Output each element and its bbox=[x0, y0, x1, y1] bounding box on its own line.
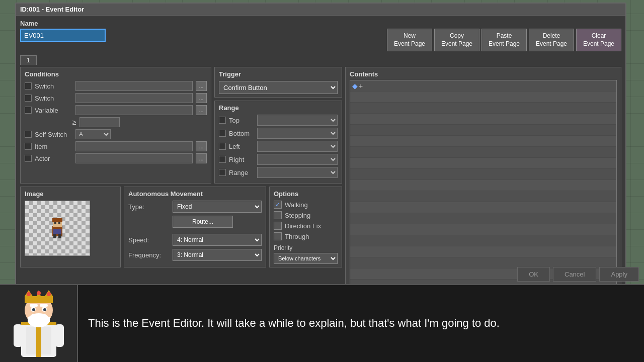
clear-event-page-button[interactable]: Clear Event Page bbox=[576, 29, 621, 51]
top-row: Name New Event Page Copy Event Page Past… bbox=[20, 20, 621, 51]
auto-type-select[interactable]: Fixed Random Approach Custom bbox=[173, 201, 262, 213]
tab-1[interactable]: 1 bbox=[20, 55, 37, 65]
through-label: Through bbox=[285, 233, 309, 240]
new-event-page-button[interactable]: New Event Page bbox=[387, 29, 432, 51]
range-left-checkbox[interactable] bbox=[219, 143, 226, 150]
variable-checkbox[interactable] bbox=[25, 107, 32, 114]
range-right-checkbox[interactable] bbox=[219, 156, 226, 163]
range-range-select[interactable] bbox=[257, 167, 338, 178]
gte-symbol: ≥ bbox=[72, 118, 76, 126]
auto-frequency-select[interactable]: 1: Lowest 2: Lower 3: Normal 4: Higher 5… bbox=[173, 249, 262, 261]
range-left-select[interactable] bbox=[257, 141, 338, 152]
content-stripe-2 bbox=[350, 103, 616, 114]
content-stripe-5 bbox=[350, 136, 616, 147]
left-panel: Conditions Switch ... Switch bbox=[20, 67, 342, 317]
cancel-button[interactable]: Cancel bbox=[553, 267, 596, 282]
variable-input[interactable] bbox=[75, 105, 193, 115]
svg-rect-7 bbox=[58, 234, 61, 238]
range-range-label: Range bbox=[229, 169, 254, 176]
ok-button[interactable]: OK bbox=[517, 267, 550, 282]
self-switch-checkbox[interactable] bbox=[25, 131, 32, 138]
auto-speed-select[interactable]: 1: x8 Slower 2: x4 Slower 3: x2 Slower 4… bbox=[173, 234, 262, 246]
direction-fix-checkbox[interactable] bbox=[274, 222, 282, 230]
option-walking-row: ✓ Walking bbox=[274, 201, 338, 209]
add-content-row[interactable]: ◆ + bbox=[350, 80, 616, 92]
contents-title: Contents bbox=[350, 70, 617, 78]
priority-select[interactable]: Below characters Same as characters Abov… bbox=[274, 253, 338, 264]
autonomous-panel: Autonomous Movement Type: Fixed Random A… bbox=[124, 187, 266, 267]
switch2-checkbox[interactable] bbox=[25, 95, 32, 102]
direction-fix-label: Direction Fix bbox=[285, 222, 321, 230]
content-stripe-6 bbox=[350, 147, 616, 158]
range-range-checkbox[interactable] bbox=[219, 169, 226, 176]
svg-point-19 bbox=[37, 291, 41, 295]
image-preview[interactable] bbox=[25, 201, 90, 256]
paste-event-page-button[interactable]: Paste Event Page bbox=[481, 29, 527, 51]
range-top-checkbox[interactable] bbox=[219, 117, 226, 124]
range-bottom-select[interactable] bbox=[257, 128, 338, 139]
name-label: Name bbox=[20, 20, 106, 27]
switch1-input[interactable] bbox=[75, 81, 193, 91]
svg-rect-31 bbox=[14, 324, 23, 347]
actor-checkbox[interactable] bbox=[25, 155, 32, 162]
name-input[interactable] bbox=[20, 29, 106, 42]
range-bottom-row: Bottom bbox=[219, 128, 338, 139]
auto-type-label: Type: bbox=[128, 203, 169, 211]
range-right-label: Right bbox=[229, 156, 254, 163]
switch2-input[interactable] bbox=[75, 93, 193, 103]
switch2-dots-button[interactable]: ... bbox=[196, 93, 207, 103]
item-dots-button[interactable]: ... bbox=[196, 141, 207, 151]
stepping-checkbox[interactable] bbox=[274, 211, 282, 219]
tab-row: 1 bbox=[20, 55, 621, 65]
switch1-checkbox[interactable] bbox=[25, 82, 32, 89]
dialog-bar: This is the Event Editor. It will take a… bbox=[0, 284, 644, 362]
actor-input[interactable] bbox=[75, 153, 193, 163]
route-btn-container: Route... bbox=[173, 216, 262, 231]
character-sprite bbox=[48, 216, 66, 240]
actor-label: Actor bbox=[35, 155, 72, 162]
auto-frequency-label: Frequency: bbox=[128, 251, 169, 259]
condition-item-row: Item ... bbox=[25, 141, 207, 151]
priority-section: Priority Below characters Same as charac… bbox=[274, 244, 338, 264]
image-title: Image bbox=[25, 190, 116, 198]
item-checkbox[interactable] bbox=[25, 143, 32, 150]
content-stripe-14 bbox=[350, 235, 616, 246]
range-panel: Range Top Bottom bbox=[214, 101, 342, 184]
trigger-select[interactable]: Confirm Button Player Touch Event Touch … bbox=[219, 81, 338, 94]
variable-value-input[interactable] bbox=[79, 117, 120, 127]
copy-event-page-button[interactable]: Copy Event Page bbox=[434, 29, 479, 51]
range-top-select[interactable] bbox=[257, 115, 338, 126]
walking-checkbox[interactable]: ✓ bbox=[274, 201, 282, 209]
svg-point-24 bbox=[43, 308, 46, 311]
range-bottom-checkbox[interactable] bbox=[219, 130, 226, 137]
variable-dots-button[interactable]: ... bbox=[196, 105, 207, 115]
dialog-text: This is the Event Editor. It will take a… bbox=[88, 316, 500, 331]
event-editor-window: ID:001 - Event Editor Name New Event Pag… bbox=[15, 3, 626, 287]
through-checkbox[interactable] bbox=[274, 232, 282, 240]
trigger-range-column: Trigger Confirm Button Player Touch Even… bbox=[214, 67, 342, 184]
dialog-avatar bbox=[0, 285, 78, 362]
option-stepping-row: Stepping bbox=[274, 211, 338, 219]
route-button[interactable]: Route... bbox=[173, 216, 233, 228]
self-switch-select[interactable]: A B C D bbox=[75, 129, 111, 139]
image-panel: Image bbox=[20, 187, 121, 267]
delete-event-page-button[interactable]: Delete Event Page bbox=[529, 29, 574, 51]
svg-rect-28 bbox=[28, 317, 50, 322]
range-left-label: Left bbox=[229, 143, 254, 150]
content-stripe-10 bbox=[350, 191, 616, 202]
svg-rect-2 bbox=[52, 218, 62, 222]
range-right-select[interactable] bbox=[257, 154, 338, 165]
switch2-label: Switch bbox=[35, 95, 72, 102]
content-stripe-4 bbox=[350, 125, 616, 136]
item-input[interactable] bbox=[75, 141, 193, 151]
range-right-row: Right bbox=[219, 154, 338, 165]
range-left-row: Left bbox=[219, 141, 338, 152]
actor-dots-button[interactable]: ... bbox=[196, 153, 207, 163]
switch1-dots-button[interactable]: ... bbox=[196, 81, 207, 91]
condition-self-switch-row: Self Switch A B C D bbox=[25, 129, 207, 139]
auto-speed-row: Speed: 1: x8 Slower 2: x4 Slower 3: x2 S… bbox=[128, 234, 262, 246]
top-buttons: New Event Page Copy Event Page Paste Eve… bbox=[387, 29, 621, 51]
apply-button[interactable]: Apply bbox=[599, 267, 639, 282]
range-top-label: Top bbox=[229, 117, 254, 124]
walking-label: Walking bbox=[285, 201, 308, 209]
